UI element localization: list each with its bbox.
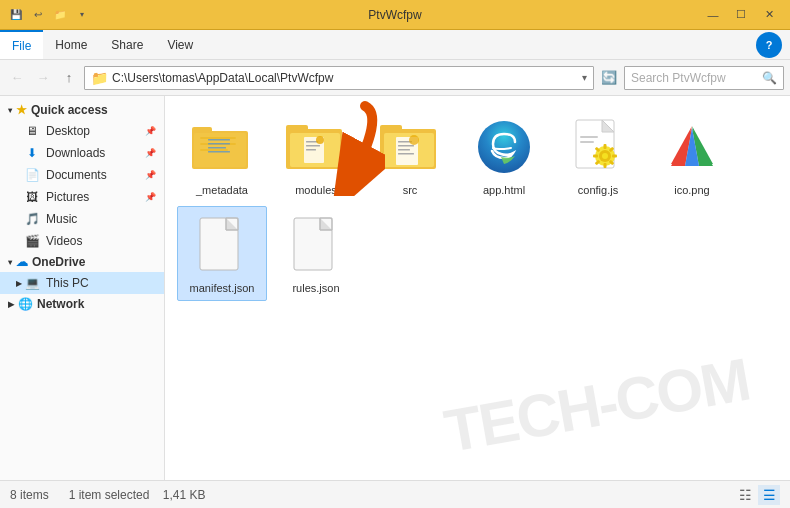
refresh-button[interactable]: 🔄 xyxy=(598,67,620,89)
documents-label: Documents xyxy=(46,168,107,182)
svg-rect-35 xyxy=(604,144,607,149)
address-folder-icon: 📁 xyxy=(91,70,108,86)
address-text: C:\Users\tomas\AppData\Local\PtvWcfpw xyxy=(112,71,578,85)
help-button[interactable]: ? xyxy=(756,32,782,58)
search-icon[interactable]: 🔍 xyxy=(762,71,777,85)
back-button[interactable]: ← xyxy=(6,67,28,89)
chevron-onedrive: ▾ xyxy=(8,258,12,267)
star-icon: ★ xyxy=(16,103,27,117)
svg-rect-9 xyxy=(208,147,226,149)
list-view-button[interactable]: ☰ xyxy=(758,485,780,505)
svg-rect-37 xyxy=(593,155,598,158)
file-item-modules[interactable]: modules xyxy=(271,108,361,202)
item-count: 8 items xyxy=(10,488,49,502)
file-item-configjs[interactable]: config.js xyxy=(553,108,643,202)
manifestjson-icon xyxy=(190,213,254,277)
undo-icon: ↩ xyxy=(30,7,46,23)
tab-view[interactable]: View xyxy=(155,30,205,59)
svg-rect-44 xyxy=(580,141,594,143)
file-label-icopng: ico.png xyxy=(674,183,709,197)
svg-rect-24 xyxy=(398,145,414,147)
minimize-button[interactable]: — xyxy=(700,4,726,26)
file-item-apphtml[interactable]: app.html xyxy=(459,108,549,202)
svg-rect-10 xyxy=(208,151,230,153)
documents-icon: 📄 xyxy=(24,168,40,182)
sidebar-item-videos[interactable]: 🎬 Videos xyxy=(0,230,164,252)
file-label-apphtml: app.html xyxy=(483,183,525,197)
file-label-manifestjson: manifest.json xyxy=(190,281,255,295)
svg-point-34 xyxy=(602,153,608,159)
sidebar-header-network[interactable]: ▶ 🌐 Network xyxy=(0,294,164,314)
search-placeholder: Search PtvWcfpw xyxy=(631,71,762,85)
sidebar: ▾ ★ Quick access 🖥 Desktop 📌 ⬇ Downloads… xyxy=(0,96,165,480)
folder-icon-modules xyxy=(284,115,348,179)
sidebar-item-desktop[interactable]: 🖥 Desktop 📌 xyxy=(0,120,164,142)
view-controls: ☷ ☰ xyxy=(734,485,780,505)
file-grid: _metadata xyxy=(177,108,778,301)
svg-rect-38 xyxy=(612,155,617,158)
sidebar-header-onedrive[interactable]: ▾ ☁ OneDrive xyxy=(0,252,164,272)
sidebar-item-thispc[interactable]: ▶ 💻 This PC xyxy=(0,272,164,294)
file-item-icopng[interactable]: ico.png xyxy=(647,108,737,202)
tab-share[interactable]: Share xyxy=(99,30,155,59)
up-button[interactable]: ↑ xyxy=(58,67,80,89)
window-title: PtvWcfpw xyxy=(90,8,700,22)
file-label-src: src xyxy=(403,183,418,197)
svg-rect-7 xyxy=(208,139,230,141)
title-bar: 💾 ↩ 📁 ▾ PtvWcfpw — ☐ ✕ xyxy=(0,0,790,30)
file-label-modules: modules xyxy=(295,183,337,197)
title-bar-controls: — ☐ ✕ xyxy=(700,4,782,26)
chevron-network: ▶ xyxy=(8,300,14,309)
svg-rect-16 xyxy=(306,145,320,147)
file-label-rulesjson: rules.json xyxy=(292,281,339,295)
svg-rect-8 xyxy=(208,143,230,145)
sidebar-item-documents[interactable]: 📄 Documents 📌 xyxy=(0,164,164,186)
configjs-icon xyxy=(566,115,630,179)
grid-view-button[interactable]: ☷ xyxy=(734,485,756,505)
svg-rect-36 xyxy=(604,163,607,168)
svg-rect-43 xyxy=(580,136,598,138)
pin-icon-dl: 📌 xyxy=(145,148,156,158)
file-item-rulesjson[interactable]: rules.json xyxy=(271,206,361,300)
icopng-icon xyxy=(660,115,724,179)
file-item-metadata[interactable]: _metadata xyxy=(177,108,267,202)
content-area: TECH-COM xyxy=(165,96,790,480)
svg-point-18 xyxy=(316,136,324,144)
pin-icon-pic: 📌 xyxy=(145,192,156,202)
title-bar-icons: 💾 ↩ 📁 ▾ xyxy=(8,7,90,23)
thispc-label: This PC xyxy=(46,276,89,290)
folder-icon-src xyxy=(378,115,442,179)
forward-button[interactable]: → xyxy=(32,67,54,89)
videos-label: Videos xyxy=(46,234,82,248)
file-item-manifestjson[interactable]: manifest.json xyxy=(177,206,267,300)
desktop-icon: 🖥 xyxy=(24,124,40,138)
sidebar-header-quick-access[interactable]: ▾ ★ Quick access xyxy=(0,100,164,120)
apphtml-icon xyxy=(472,115,536,179)
tab-file[interactable]: File xyxy=(0,30,43,59)
maximize-button[interactable]: ☐ xyxy=(728,4,754,26)
svg-rect-26 xyxy=(398,153,414,155)
onedrive-label: OneDrive xyxy=(32,255,85,269)
sidebar-item-downloads[interactable]: ⬇ Downloads 📌 xyxy=(0,142,164,164)
music-icon: 🎵 xyxy=(24,212,40,226)
search-box[interactable]: Search PtvWcfpw 🔍 xyxy=(624,66,784,90)
pin-icon: 📌 xyxy=(145,126,156,136)
music-label: Music xyxy=(46,212,77,226)
downloads-icon: ⬇ xyxy=(24,146,40,160)
sidebar-item-pictures[interactable]: 🖼 Pictures 📌 xyxy=(0,186,164,208)
dropdown-icon[interactable]: ▾ xyxy=(74,7,90,23)
videos-icon: 🎬 xyxy=(24,234,40,248)
svg-rect-6 xyxy=(194,133,246,167)
watermark: TECH-COM xyxy=(439,345,754,466)
quick-access-label: Quick access xyxy=(31,103,108,117)
close-button[interactable]: ✕ xyxy=(756,4,782,26)
onedrive-icon: ☁ xyxy=(16,255,28,269)
file-item-src[interactable]: src xyxy=(365,108,455,202)
address-bar-row: ← → ↑ 📁 C:\Users\tomas\AppData\Local\Ptv… xyxy=(0,60,790,96)
sidebar-item-music[interactable]: 🎵 Music xyxy=(0,208,164,230)
svg-rect-25 xyxy=(398,149,410,151)
tab-home[interactable]: Home xyxy=(43,30,99,59)
address-dropdown-arrow[interactable]: ▾ xyxy=(582,72,587,83)
selected-info: 1 item selected 1,41 KB xyxy=(69,488,206,502)
address-box[interactable]: 📁 C:\Users\tomas\AppData\Local\PtvWcfpw … xyxy=(84,66,594,90)
